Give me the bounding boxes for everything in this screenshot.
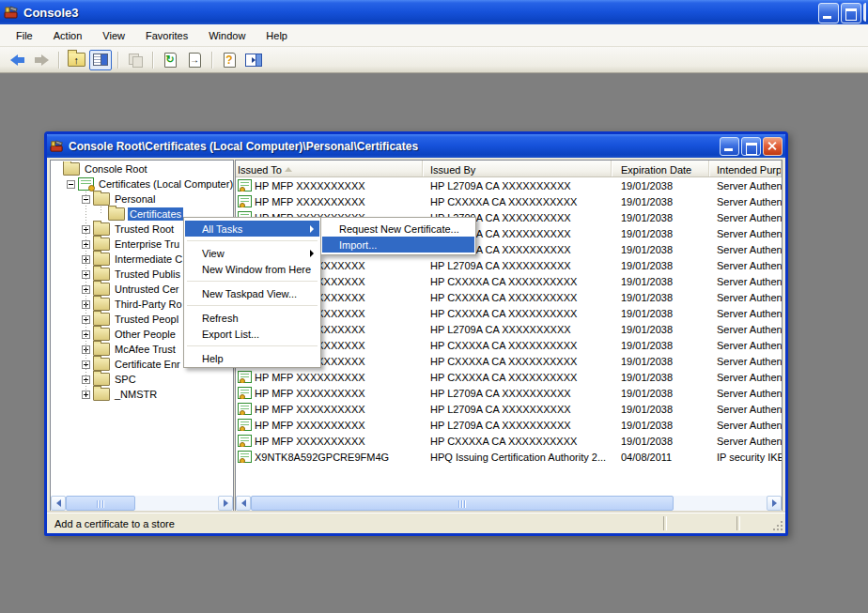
cell-issued-by: HP CXXXXA CA XXXXXXXXXX (423, 436, 612, 447)
certificate-icon (238, 179, 252, 192)
menu-item-help[interactable]: Help (185, 350, 319, 366)
list-scrollbar-thumb[interactable] (251, 496, 674, 511)
cell-intended-purposes: Server Authenti (709, 180, 782, 192)
menu-item-view[interactable]: View (185, 245, 319, 261)
cell-intended-purposes: Server Authenti (709, 308, 782, 319)
cell-expiration-date: 19/01/2038 (612, 388, 709, 399)
folder-icon (93, 388, 110, 401)
column-header-expiration-date[interactable]: Expiration Date (612, 161, 709, 176)
scroll-left-arrow-icon[interactable] (236, 496, 251, 511)
tree-item-certificates-local-computer-[interactable]: Certificates (Local Computer) (51, 176, 233, 192)
child-minimize-button-icon[interactable] (720, 137, 739, 156)
console-window-icon (4, 5, 19, 20)
cell-issued-by: HP L2709A CA XXXXXXXXXX (423, 180, 612, 192)
maximize-button-icon[interactable] (841, 3, 861, 23)
menu-item-new-window-from-here[interactable]: New Window from Here (185, 261, 319, 277)
column-header-issued-by[interactable]: Issued By (423, 161, 612, 176)
tree-item-personal[interactable]: Personal (51, 192, 233, 207)
up-one-level-icon[interactable]: ↑ (65, 50, 87, 70)
export-list-icon[interactable]: → (183, 50, 206, 70)
menu-item-all-tasks[interactable]: All Tasks (185, 221, 319, 237)
child-titlebar[interactable]: Console Root\Certificates (Local Compute… (47, 134, 785, 158)
cell-expiration-date: 19/01/2038 (612, 404, 709, 415)
menubar-item-view[interactable]: View (92, 26, 135, 45)
certificate-row[interactable]: X9NTK8A592GPCRE9FM4GHPQ Issuing Certific… (236, 449, 782, 465)
cell-intended-purposes: Server Authenti (709, 372, 782, 383)
column-header-intended-purpo[interactable]: Intended Purpo (709, 161, 782, 176)
refresh-icon[interactable]: ↻ (159, 50, 181, 70)
folder-icon (93, 268, 110, 281)
cell-issued-by: HPQ Issuing Certification Authority 2... (423, 452, 612, 463)
cell-intended-purposes: Server Authenti (709, 244, 782, 255)
menubar-item-favorites[interactable]: Favorites (135, 26, 198, 45)
cell-issued-by: HP L2709A CA XXXXXXXXXX (423, 388, 612, 399)
show-hide-action-pane-icon[interactable] (242, 50, 265, 70)
back-icon[interactable] (6, 50, 28, 70)
child-window-title: Console Root\Certificates (Local Compute… (69, 140, 418, 153)
help-icon[interactable]: ? (218, 50, 240, 70)
folder-icon (63, 162, 80, 176)
certificate-row[interactable]: HP MFP XXXXXXXXXXHP CXXXXA CA XXXXXXXXXX… (236, 433, 782, 449)
minimize-button-icon[interactable] (818, 3, 839, 23)
cell-intended-purposes: Server Authenti (709, 228, 782, 239)
tree-item-label: Certificate Enr (113, 358, 182, 371)
tree-horizontal-scrollbar[interactable] (51, 496, 233, 511)
cell-expiration-date: 19/01/2038 (612, 308, 709, 319)
status-divider (736, 516, 740, 530)
main-window-title: Console3 (23, 6, 79, 20)
toolbar-separator (58, 52, 59, 69)
menu-item-refresh[interactable]: Refresh (185, 310, 319, 326)
tree-item-label: Third-Party Ro (113, 298, 184, 311)
menubar-item-file[interactable]: File (6, 26, 43, 45)
all-tasks-submenu: Request New Certificate...Import... (320, 217, 476, 255)
cell-expiration-date: 19/01/2038 (612, 228, 709, 239)
scroll-right-arrow-icon[interactable] (218, 496, 233, 511)
certificate-row[interactable]: HP MFP XXXXXXXXXXHP L2709A CA XXXXXXXXXX… (236, 417, 782, 433)
copy-icon[interactable] (124, 50, 147, 70)
cell-issued-by: HP L2709A CA XXXXXXXXXX (423, 420, 612, 431)
menu-item-import-[interactable]: Import... (322, 237, 474, 253)
certificate-row[interactable]: HP MFP XXXXXXXXXXHP CXXXXA CA XXXXXXXXXX… (236, 193, 782, 209)
tree-item-console-root[interactable]: Console Root (51, 161, 233, 176)
cell-intended-purposes: Server Authenti (709, 420, 782, 431)
scroll-left-arrow-icon[interactable] (51, 496, 66, 511)
child-maximize-button-icon[interactable] (741, 137, 761, 156)
child-status-bar: Add a certificate to a store (47, 513, 785, 533)
tree-item-spc[interactable]: SPC (51, 372, 233, 387)
list-horizontal-scrollbar[interactable] (236, 496, 782, 511)
cell-intended-purposes: Server Authenti (709, 260, 782, 271)
certificate-row[interactable]: HP MFP XXXXXXXXXXHP L2709A CA XXXXXXXXXX… (236, 385, 782, 401)
certificate-row[interactable]: HP MFP XXXXXXXXXXHP L2709A CA XXXXXXXXXX… (236, 401, 782, 417)
tree-item-label: Trusted Publis (113, 268, 182, 281)
tree-item-label: Personal (113, 192, 157, 206)
menu-item-new-taskpad-view-[interactable]: New Taskpad View... (185, 285, 319, 301)
tree-item-label: SPC (113, 373, 138, 386)
menubar-item-window[interactable]: Window (198, 26, 256, 45)
certificate-row[interactable]: HP MFP XXXXXXXXXXHP L2709A CA XXXXXXXXXX… (236, 177, 782, 193)
cell-issued-by: HP L2709A CA XXXXXXXXXX (423, 260, 612, 271)
column-header-issued-to[interactable]: Issued To (236, 161, 423, 176)
main-titlebar[interactable]: Console3 (0, 0, 868, 24)
tree-item-label: Certificates (128, 207, 183, 221)
child-close-button-icon[interactable] (763, 137, 783, 156)
menu-separator (187, 345, 318, 346)
menubar-item-action[interactable]: Action (43, 26, 93, 45)
resize-grip[interactable] (771, 519, 784, 532)
close-button-icon[interactable] (863, 3, 866, 22)
folder-icon (93, 192, 110, 206)
tree-scrollbar-thumb[interactable] (66, 496, 135, 511)
tree-item--nmstr[interactable]: _NMSTR (51, 387, 233, 402)
menubar-item-help[interactable]: Help (256, 26, 298, 45)
cell-intended-purposes: IP security IKE i (709, 452, 782, 463)
scroll-right-arrow-icon[interactable] (767, 496, 782, 511)
menu-item-request-new-certificate-[interactable]: Request New Certificate... (322, 221, 474, 237)
context-menu: All TasksViewNew Window from HereNew Tas… (183, 217, 321, 368)
collapse-minus-icon[interactable] (67, 180, 75, 189)
certificates-child-window: Console Root\Certificates (Local Compute… (44, 131, 788, 536)
tree-scrollbar-track[interactable] (135, 496, 218, 511)
show-hide-console-tree-icon[interactable] (89, 50, 112, 70)
certificate-row[interactable]: HP MFP XXXXXXXXXXHP CXXXXA CA XXXXXXXXXX… (236, 369, 782, 385)
forward-icon[interactable] (30, 50, 53, 70)
list-scrollbar-track[interactable] (674, 496, 767, 511)
menu-item-export-list-[interactable]: Export List... (185, 326, 319, 342)
